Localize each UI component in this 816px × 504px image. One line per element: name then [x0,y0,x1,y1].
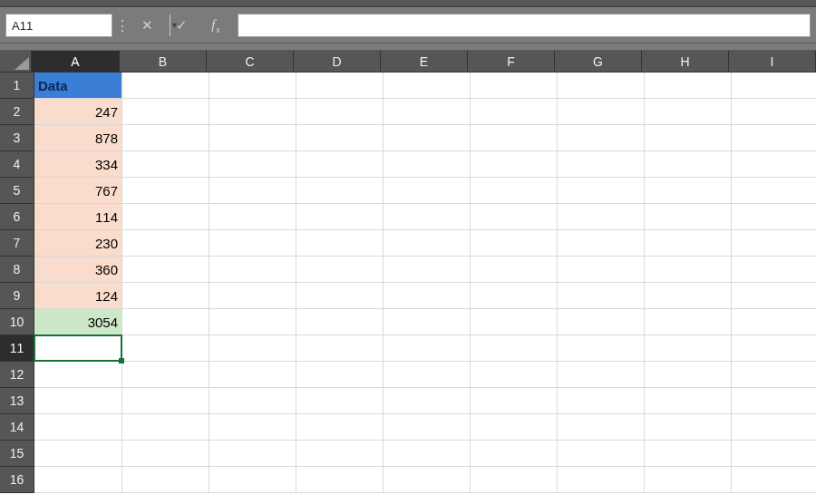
cell[interactable]: 230 [34,230,122,257]
cell[interactable] [122,204,209,230]
column-header[interactable]: H [642,51,729,73]
row-header[interactable]: 3 [0,125,34,151]
cell[interactable] [558,73,645,99]
row-header[interactable]: 9 [0,283,34,309]
cell[interactable] [645,204,732,230]
cell[interactable] [558,204,645,230]
cell[interactable] [209,414,296,441]
cell[interactable] [296,151,384,178]
cell[interactable] [471,467,558,493]
cell[interactable] [384,73,471,99]
cell[interactable] [558,99,645,125]
cell[interactable] [558,125,645,151]
cell[interactable] [645,151,732,178]
cell[interactable] [732,230,816,257]
cell[interactable] [122,73,209,99]
cell[interactable] [122,283,209,309]
cell[interactable] [732,414,816,441]
cell[interactable] [384,309,471,335]
cell[interactable] [558,388,645,414]
cell[interactable] [209,467,296,493]
cell[interactable] [471,151,558,178]
cell[interactable] [122,467,209,493]
cell[interactable] [732,388,816,414]
row-header[interactable]: 8 [0,257,34,283]
cell[interactable] [645,178,732,204]
cell[interactable] [209,388,296,414]
select-all-corner[interactable] [0,51,32,73]
cell[interactable]: 114 [34,204,122,230]
insert-function-button[interactable]: fx [201,14,230,37]
cell[interactable] [296,388,384,414]
cell[interactable] [209,73,296,99]
cell[interactable] [471,283,558,309]
cell[interactable] [645,257,732,283]
cell[interactable]: 124 [34,283,122,309]
cell[interactable] [296,362,384,388]
cell[interactable] [645,441,732,467]
cell[interactable] [209,125,296,151]
row-header[interactable]: 6 [0,204,34,230]
cell[interactable] [34,441,122,467]
row-header[interactable]: 5 [0,178,34,204]
cell[interactable] [384,467,471,493]
cell[interactable] [296,230,384,257]
cell[interactable] [122,335,209,362]
cell[interactable] [732,441,816,467]
cell[interactable]: 334 [34,151,122,178]
cell[interactable] [558,309,645,335]
cell[interactable] [122,441,209,467]
cell[interactable] [384,414,471,441]
column-header[interactable]: E [381,51,468,73]
cell[interactable] [471,388,558,414]
row-header[interactable]: 16 [0,467,34,493]
cell[interactable] [558,441,645,467]
cell[interactable] [34,467,122,493]
cell[interactable] [122,309,209,335]
cell[interactable]: 878 [34,125,122,151]
row-header[interactable]: 14 [0,414,34,441]
cell[interactable] [384,151,471,178]
cell[interactable] [209,362,296,388]
cell[interactable] [384,388,471,414]
cell[interactable] [296,178,384,204]
cell[interactable] [732,73,816,99]
cell[interactable] [732,99,816,125]
cell[interactable] [645,99,732,125]
cell[interactable] [209,230,296,257]
cell[interactable] [384,125,471,151]
row-header[interactable]: 2 [0,99,34,125]
cell[interactable] [645,388,732,414]
cell[interactable] [732,257,816,283]
cell[interactable]: 360 [34,257,122,283]
column-header[interactable]: B [120,51,207,73]
cell[interactable]: Data [34,73,122,99]
cell[interactable] [645,467,732,493]
cell[interactable] [209,283,296,309]
cell[interactable] [732,125,816,151]
cell[interactable] [471,257,558,283]
row-header[interactable]: 15 [0,441,34,467]
cell[interactable] [558,335,645,362]
cell[interactable] [558,151,645,178]
cell[interactable] [558,178,645,204]
cell[interactable] [122,388,209,414]
cell[interactable] [296,99,384,125]
cell[interactable] [122,257,209,283]
cell[interactable] [34,388,122,414]
row-header[interactable]: 1 [0,73,34,99]
cell[interactable] [296,309,384,335]
cell[interactable]: 767 [34,178,122,204]
cell[interactable] [645,283,732,309]
cell[interactable] [732,467,816,493]
cell[interactable]: 247 [34,99,122,125]
cell[interactable] [384,257,471,283]
cell[interactable] [645,230,732,257]
cell[interactable] [558,414,645,441]
cell[interactable] [122,99,209,125]
cell[interactable] [296,204,384,230]
cell[interactable] [296,73,384,99]
cell[interactable] [384,441,471,467]
cell[interactable] [34,335,122,362]
cell[interactable] [209,441,296,467]
